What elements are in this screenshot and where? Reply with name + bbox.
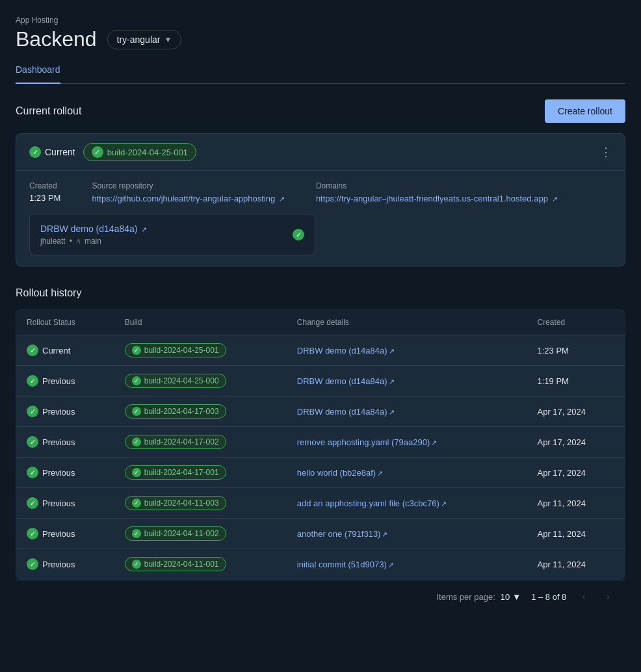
branch-selector-label: try-angular <box>117 34 161 45</box>
table-row: ✓ Previous ✓ build-2024-04-17-003 DRBW d… <box>16 396 625 427</box>
card-meta-row: Created 1:23 PM Source repository https:… <box>29 181 612 203</box>
commit-status-icon: ✓ <box>293 229 304 240</box>
more-options-button[interactable]: ⋮ <box>600 145 612 159</box>
row-status-cell: ✓ Current <box>27 344 104 356</box>
row-ext-icon: ↗ <box>389 408 395 416</box>
table-row: ✓ Previous ✓ build-2024-04-11-001 initia… <box>16 549 625 580</box>
external-link-icon: ↗ <box>279 195 285 203</box>
current-rollout-header: Current rollout Create rollout <box>16 99 625 123</box>
row-build-icon: ✓ <box>132 498 141 508</box>
row-status-label: Previous <box>42 529 75 539</box>
row-change-link[interactable]: another one (791f313)↗ <box>297 529 388 539</box>
row-status-icon: ✓ <box>27 375 38 387</box>
row-status-cell: ✓ Previous <box>27 406 104 417</box>
row-ext-icon: ↗ <box>431 439 437 446</box>
row-created: Apr 17, 2024 <box>527 396 625 427</box>
row-build-badge: ✓ build-2024-04-17-001 <box>125 465 226 480</box>
row-change-link[interactable]: initial commit (51d9073)↗ <box>297 560 394 569</box>
row-status-label: Previous <box>42 437 75 447</box>
commit-user: jhuleatt <box>40 237 66 246</box>
branch-icon: ⑃ <box>76 237 81 246</box>
row-status-label: Previous <box>42 468 75 478</box>
row-change-link[interactable]: remove apphosting.yaml (79aa290)↗ <box>297 437 438 447</box>
row-status-label: Current <box>42 346 70 355</box>
prev-page-button[interactable]: ‹ <box>577 588 590 605</box>
row-change-link[interactable]: add an apphosting.yaml file (c3cbc76)↗ <box>297 498 447 508</box>
branch-selector[interactable]: try-angular ▼ <box>107 30 182 49</box>
row-status-label: Previous <box>42 560 75 569</box>
row-build-icon: ✓ <box>132 468 141 477</box>
tabs-row: Dashboard <box>16 57 625 84</box>
commit-link[interactable]: DRBW demo (d14a84a) ↗ <box>40 224 147 234</box>
page-info: 1 – 8 of 8 <box>531 592 566 602</box>
per-page-select[interactable]: 10 ▼ <box>501 592 521 602</box>
table-row: ✓ Previous ✓ build-2024-04-17-002 remove… <box>16 427 625 458</box>
row-ext-icon: ↗ <box>388 561 394 569</box>
row-build-badge: ✓ build-2024-04-25-000 <box>125 374 226 388</box>
row-ext-icon: ↗ <box>389 347 395 355</box>
row-build-icon: ✓ <box>132 560 141 569</box>
row-status-icon: ✓ <box>27 558 38 570</box>
per-page-value: 10 <box>501 592 510 602</box>
row-build-id: build-2024-04-25-001 <box>144 346 219 355</box>
row-status-icon: ✓ <box>27 344 38 356</box>
row-created: Apr 11, 2024 <box>527 549 625 580</box>
current-status-indicator: ✓ Current <box>29 146 75 158</box>
row-ext-icon: ↗ <box>377 469 383 477</box>
page-title: Backend <box>16 27 97 51</box>
row-status-label: Previous <box>42 407 75 417</box>
commit-meta: jhuleatt • ⑃ main <box>40 237 147 246</box>
row-build-badge: ✓ build-2024-04-11-001 <box>125 557 226 571</box>
table-row: ✓ Previous ✓ build-2024-04-11-003 add an… <box>16 488 625 519</box>
row-build-icon: ✓ <box>132 346 141 355</box>
source-repo-meta: Source repository https://github.com/jhu… <box>92 181 284 203</box>
row-status-icon: ✓ <box>27 467 38 478</box>
row-status-icon: ✓ <box>27 406 38 417</box>
card-body: Created 1:23 PM Source repository https:… <box>16 171 625 266</box>
row-change-link[interactable]: DRBW demo (d14a84a)↗ <box>297 407 395 417</box>
card-top-bar: ✓ Current ✓ build-2024-04-25-001 ⋮ <box>16 134 625 171</box>
table-row: ✓ Current ✓ build-2024-04-25-001 DRBW de… <box>16 335 625 366</box>
row-build-icon: ✓ <box>132 376 141 385</box>
domains-meta: Domains https://try-angular–jhuleatt-fri… <box>316 181 558 203</box>
items-per-page-label: Items per page: <box>436 592 495 602</box>
current-build-badge: ✓ build-2024-04-25-001 <box>83 143 196 161</box>
source-repo-link[interactable]: https://github.com/jhuleatt/try-angular-… <box>92 194 284 203</box>
row-ext-icon: ↗ <box>441 500 447 508</box>
commit-link-text: DRBW demo (d14a84a) <box>40 224 137 234</box>
external-link-icon-3: ↗ <box>141 226 147 233</box>
row-created: 1:19 PM <box>527 366 625 396</box>
create-rollout-button[interactable]: Create rollout <box>545 99 625 123</box>
green-check-icon: ✓ <box>29 146 41 158</box>
row-build-badge: ✓ build-2024-04-17-002 <box>125 435 226 449</box>
chevron-down-icon: ▼ <box>164 35 172 44</box>
next-page-button[interactable]: › <box>601 588 615 605</box>
commit-branch: main <box>85 237 101 246</box>
row-change-link[interactable]: DRBW demo (d14a84a)↗ <box>297 376 395 386</box>
row-build-badge: ✓ build-2024-04-25-001 <box>125 343 226 357</box>
row-change-link[interactable]: DRBW demo (d14a84a)↗ <box>297 346 395 355</box>
domains-link[interactable]: https://try-angular–jhuleatt-friendlyeat… <box>316 194 558 203</box>
created-meta: Created 1:23 PM <box>29 181 60 203</box>
row-ext-icon: ↗ <box>382 530 387 538</box>
table-row: ✓ Previous ✓ build-2024-04-25-000 DRBW d… <box>16 366 625 396</box>
commit-info: DRBW demo (d14a84a) ↗ jhuleatt • ⑃ main <box>40 224 147 246</box>
row-ext-icon: ↗ <box>389 378 395 385</box>
external-link-icon-2: ↗ <box>552 195 558 203</box>
domains-label: Domains <box>316 181 558 190</box>
tab-dashboard[interactable]: Dashboard <box>16 57 60 84</box>
col-header-status: Rollout Status <box>16 310 114 335</box>
row-status-icon: ✓ <box>27 497 38 509</box>
source-repo-url: https://github.com/jhuleatt/try-angular-… <box>92 194 275 203</box>
col-header-change: Change details <box>287 310 527 335</box>
rollout-history-title: Rollout history <box>16 287 625 299</box>
row-change-link[interactable]: hello world (bb2e8af)↗ <box>297 468 383 478</box>
source-repo-label: Source repository <box>92 181 284 190</box>
col-header-build: Build <box>114 310 287 335</box>
row-status-cell: ✓ Previous <box>27 558 104 570</box>
items-per-page: Items per page: 10 ▼ <box>436 592 521 602</box>
row-build-id: build-2024-04-11-003 <box>144 498 219 508</box>
created-value: 1:23 PM <box>29 193 60 203</box>
row-status-cell: ✓ Previous <box>27 467 104 478</box>
row-build-badge: ✓ build-2024-04-11-002 <box>125 526 226 541</box>
